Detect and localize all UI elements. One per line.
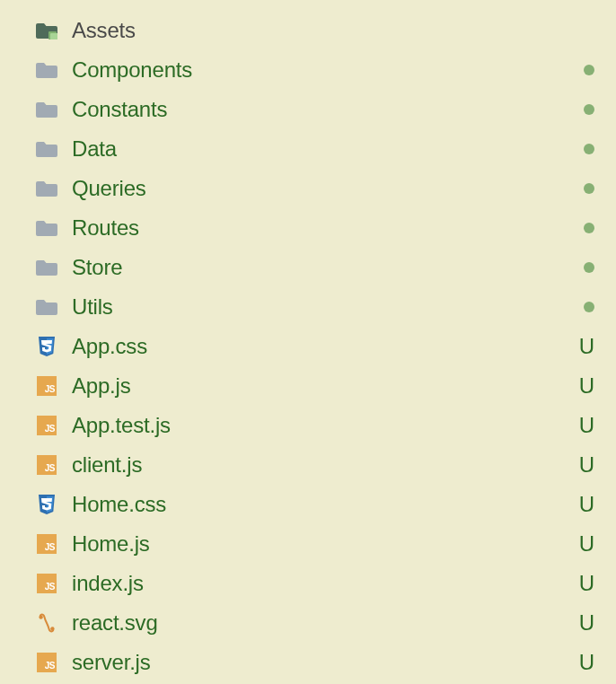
- svg-point-2: [39, 615, 42, 618]
- folder-icon: [34, 57, 59, 83]
- git-modified-dot-icon: [584, 223, 594, 233]
- tree-item[interactable]: JSApp.jsU: [0, 366, 616, 406]
- tree-item[interactable]: Components: [0, 50, 616, 90]
- folder-icon: [34, 176, 59, 201]
- tree-item[interactable]: App.cssU: [0, 327, 616, 366]
- git-untracked-badge: U: [579, 334, 594, 359]
- folder-assets-icon: [34, 18, 59, 43]
- git-modified-dot-icon: [584, 104, 594, 115]
- tree-item-label: Queries: [72, 176, 584, 201]
- tree-item[interactable]: react.svgU: [0, 603, 616, 643]
- folder-icon: [34, 294, 59, 320]
- tree-item[interactable]: Queries: [0, 169, 616, 208]
- js-file-icon: JS: [34, 373, 59, 399]
- css-file-icon: [34, 492, 59, 517]
- tree-item-label: Home.css: [72, 492, 579, 517]
- tree-item-label: App.js: [72, 373, 579, 399]
- js-file-icon: JS: [34, 571, 59, 596]
- folder-icon: [34, 215, 59, 241]
- tree-item[interactable]: JSHome.jsU: [0, 524, 616, 564]
- tree-item-label: Store: [72, 255, 584, 280]
- git-untracked-badge: U: [579, 571, 594, 596]
- tree-item[interactable]: Data: [0, 129, 616, 169]
- tree-item[interactable]: Constants: [0, 90, 616, 129]
- js-file-icon: JS: [34, 452, 59, 478]
- git-untracked-badge: U: [579, 373, 594, 399]
- tree-item[interactable]: JSApp.test.jsU: [0, 406, 616, 445]
- tree-item[interactable]: Home.cssU: [0, 485, 616, 524]
- git-modified-dot-icon: [584, 65, 594, 75]
- git-untracked-badge: U: [579, 492, 594, 517]
- git-modified-dot-icon: [584, 144, 594, 154]
- css-file-icon: [34, 334, 59, 359]
- js-file-icon: JS: [34, 531, 59, 557]
- svg-point-3: [50, 627, 54, 630]
- js-file-icon: JS: [34, 650, 59, 675]
- tree-item-label: Home.js: [72, 531, 579, 557]
- tree-item-label: Routes: [72, 215, 584, 241]
- tree-item[interactable]: JSindex.jsU: [0, 564, 616, 603]
- folder-icon: [34, 255, 59, 280]
- tree-item-label: Components: [72, 57, 584, 83]
- tree-item[interactable]: Utils: [0, 287, 616, 327]
- folder-icon: [34, 97, 59, 122]
- tree-item[interactable]: JSserver.jsU: [0, 643, 616, 682]
- tree-item-label: Constants: [72, 97, 584, 122]
- tree-item[interactable]: Store: [0, 248, 616, 287]
- git-untracked-badge: U: [579, 650, 594, 675]
- git-untracked-badge: U: [579, 610, 594, 636]
- js-file-icon: JS: [34, 413, 59, 438]
- tree-item-label: Utils: [72, 294, 584, 320]
- tree-item-label: index.js: [72, 571, 579, 596]
- tree-item-label: server.js: [72, 650, 579, 675]
- git-untracked-badge: U: [579, 452, 594, 478]
- tree-item-label: Assets: [72, 18, 594, 43]
- tree-item-label: App.css: [72, 334, 579, 359]
- tree-item[interactable]: Routes: [0, 208, 616, 248]
- tree-item-label: react.svg: [72, 610, 579, 636]
- git-modified-dot-icon: [584, 302, 594, 312]
- git-modified-dot-icon: [584, 262, 594, 273]
- git-untracked-badge: U: [579, 413, 594, 438]
- tree-item[interactable]: JSclient.jsU: [0, 445, 616, 485]
- file-tree: AssetsComponentsConstantsDataQueriesRout…: [0, 11, 616, 682]
- git-modified-dot-icon: [584, 183, 594, 194]
- tree-item-label: client.js: [72, 452, 579, 478]
- tree-item-label: Data: [72, 136, 584, 162]
- tree-item[interactable]: Assets: [0, 11, 616, 50]
- tree-item-label: App.test.js: [72, 413, 579, 438]
- svg-file-icon: [34, 610, 59, 636]
- folder-icon: [34, 136, 59, 162]
- svg-rect-1: [50, 33, 57, 39]
- git-untracked-badge: U: [579, 531, 594, 557]
